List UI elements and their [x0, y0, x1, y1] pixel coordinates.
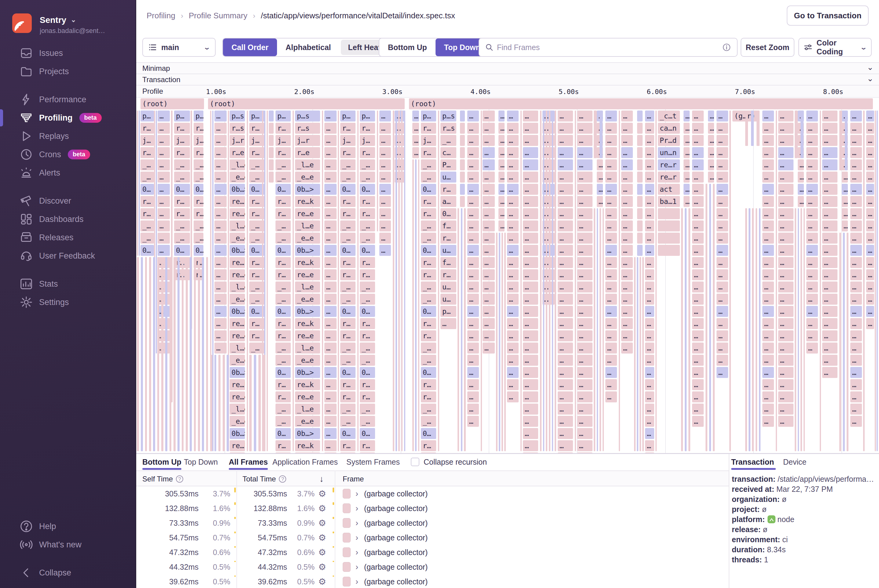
flame-frame[interactable]: …	[467, 416, 479, 427]
flame-frame[interactable]: …	[822, 355, 837, 366]
flame-frame[interactable]: …	[778, 232, 793, 244]
flame-frame[interactable]: …	[158, 257, 170, 268]
flame-frame-thin[interactable]	[153, 257, 155, 451]
details-tab-transaction[interactable]: Transaction	[731, 454, 776, 470]
flame-frame[interactable]: …	[762, 135, 774, 146]
flame-frame[interactable]: j…	[340, 135, 356, 146]
flame-frame[interactable]: …	[523, 379, 538, 390]
flame-frame[interactable]: _…	[360, 404, 375, 415]
flame-frame[interactable]: …	[866, 306, 874, 317]
flame-frame[interactable]: p…s	[295, 111, 320, 122]
flame-frame[interactable]: …	[692, 111, 704, 122]
flame-frame[interactable]: …	[717, 269, 728, 280]
flame-frame[interactable]: …	[778, 306, 793, 317]
flame-frame[interactable]: _e…e	[230, 172, 245, 183]
flame-frame[interactable]: 0…	[340, 245, 356, 256]
sidebar-item-user-feedback[interactable]: User Feedback	[0, 247, 136, 265]
flame-frame[interactable]: …	[482, 232, 495, 244]
flame-frame-thin[interactable]	[139, 111, 140, 256]
flame-frame[interactable]: 0…	[421, 184, 436, 195]
flame-frame[interactable]: …	[645, 184, 654, 195]
flame-frame[interactable]	[658, 245, 680, 256]
flame-frame[interactable]: _…	[421, 220, 436, 231]
flame-frame[interactable]: …	[523, 245, 538, 256]
flame-frame[interactable]: Pr…d	[658, 135, 680, 146]
flame-frame[interactable]: …	[806, 159, 818, 170]
flame-frame[interactable]: r…	[275, 330, 291, 341]
flame-frame[interactable]: …	[850, 416, 862, 427]
flame-frame-thin[interactable]	[642, 257, 644, 451]
flame-frame[interactable]: r…	[421, 147, 436, 158]
flame-frame[interactable]: …	[325, 208, 337, 219]
sidebar-item-dashboards[interactable]: Dashboards	[0, 210, 136, 228]
flame-frame[interactable]: …	[158, 306, 170, 317]
flame-frame[interactable]: …	[692, 342, 704, 354]
flame-frame[interactable]: _…	[275, 404, 291, 415]
flame-frame[interactable]: …	[645, 318, 654, 329]
flame-frame[interactable]: …	[158, 318, 170, 329]
flame-frame[interactable]: …	[842, 196, 848, 207]
flame-frame-thin[interactable]	[161, 257, 164, 451]
flame-frame-thin[interactable]	[549, 111, 550, 451]
flame-frame[interactable]: …	[762, 367, 774, 378]
flame-frame[interactable]: …	[708, 172, 714, 183]
flame-frame[interactable]: …	[692, 392, 704, 402]
flame-frame[interactable]: r…	[340, 392, 356, 402]
flame-frame[interactable]: …	[577, 245, 592, 256]
flame-frame[interactable]: …	[507, 306, 518, 317]
flame-frame[interactable]: …	[379, 196, 391, 207]
flame-frame[interactable]: …	[467, 232, 479, 244]
flame-frame[interactable]	[269, 159, 273, 170]
flame-frame[interactable]: r…	[140, 208, 154, 219]
flame-frame-thin[interactable]	[254, 355, 256, 451]
flame-frame[interactable]: …	[822, 306, 837, 317]
flame-frame[interactable]: _e…e	[230, 232, 245, 244]
flame-frame[interactable]: …	[499, 123, 505, 134]
flame-frame[interactable]: …	[850, 184, 862, 195]
flame-frame[interactable]: r…	[360, 318, 375, 329]
flame-frame[interactable]: r…	[340, 257, 356, 268]
flame-frame[interactable]: …	[558, 342, 573, 354]
flame-frame-thin[interactable]	[685, 208, 687, 451]
flame-frame[interactable]: …	[467, 220, 479, 231]
flame-frame[interactable]: …	[577, 416, 592, 427]
flame-frame[interactable]: …	[379, 159, 391, 170]
flame-frame[interactable]: re…k	[295, 257, 320, 268]
flame-frame[interactable]: …	[645, 416, 654, 427]
flame-frame[interactable]: 0…	[275, 184, 291, 195]
flame-frame[interactable]: …	[523, 111, 538, 122]
flame-frame[interactable]: 0…	[275, 306, 291, 317]
flame-frame[interactable]: …	[507, 123, 518, 134]
flame-frame[interactable]: _…	[174, 232, 190, 244]
flame-frame[interactable]: …	[778, 245, 793, 256]
flame-frame[interactable]: re…k	[230, 196, 245, 207]
flame-frame[interactable]: …	[778, 123, 793, 134]
flame-frame-thin[interactable]	[438, 111, 439, 451]
flame-frame[interactable]: p…	[340, 111, 356, 122]
flame-frame[interactable]: …	[708, 111, 714, 122]
flame-frame[interactable]: …	[762, 208, 774, 219]
flame-frame[interactable]: _…	[340, 172, 356, 183]
flame-frame[interactable]: …	[467, 159, 479, 170]
flame-frame[interactable]: …	[158, 123, 170, 134]
flame-frame[interactable]: …	[467, 306, 479, 317]
flame-frame-thin[interactable]	[655, 111, 657, 451]
flame-frame[interactable]: …	[158, 220, 170, 231]
flame-frame[interactable]: 0…	[174, 245, 190, 256]
flame-frame[interactable]	[460, 147, 465, 158]
flame-frame[interactable]: _…	[421, 172, 436, 183]
flame-frame[interactable]: …	[499, 208, 505, 219]
flame-frame[interactable]: ba…1	[658, 196, 680, 207]
chevron-right-icon[interactable]: ›	[356, 577, 358, 586]
flame-frame[interactable]: un…n	[658, 147, 680, 158]
flame-frame[interactable]: …	[482, 330, 495, 341]
flame-frame[interactable]: …	[158, 135, 170, 146]
flame-frame[interactable]: …	[645, 269, 654, 280]
flame-frame[interactable]: _…	[174, 159, 190, 170]
flame-frame[interactable]: …	[467, 282, 479, 292]
flame-frame[interactable]: …	[692, 172, 704, 183]
flame-frame[interactable]: r…	[140, 123, 154, 134]
flame-frame[interactable]: …	[621, 147, 633, 158]
flame-frame[interactable]: …	[577, 208, 592, 219]
flame-frame[interactable]	[460, 159, 465, 170]
